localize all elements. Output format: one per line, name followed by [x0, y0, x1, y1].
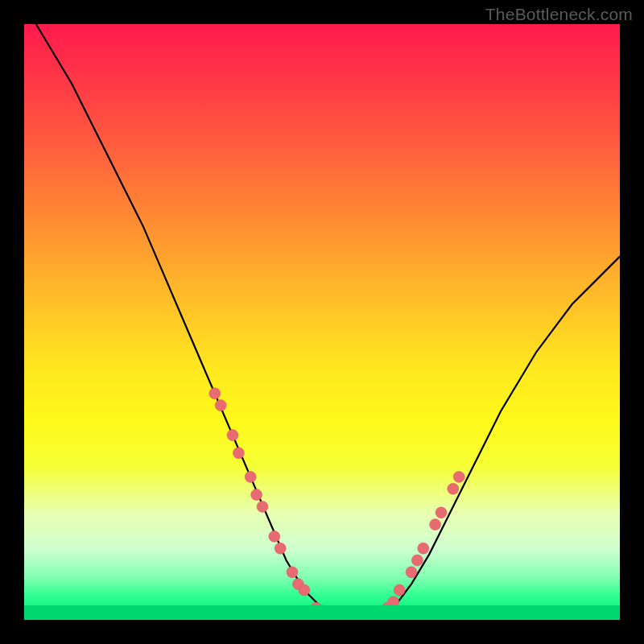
- data-point: [406, 567, 417, 578]
- data-point: [453, 471, 464, 482]
- data-point: [287, 567, 298, 578]
- data-point: [275, 543, 286, 554]
- chart-plot-area: [24, 24, 620, 620]
- data-points-group: [209, 388, 464, 620]
- data-point: [215, 400, 226, 411]
- data-point: [436, 507, 447, 518]
- data-point: [411, 555, 423, 566]
- data-point: [269, 530, 280, 542]
- watermark-text: TheBottleneck.com: [485, 5, 633, 24]
- data-point: [448, 483, 459, 494]
- bottleneck-curve: [36, 24, 620, 620]
- data-point: [418, 543, 429, 554]
- data-point: [245, 471, 256, 482]
- curve-group: [36, 24, 620, 620]
- optimal-zone-band: [24, 605, 620, 620]
- data-point: [227, 430, 238, 441]
- data-point: [251, 489, 262, 501]
- data-point: [394, 584, 405, 596]
- data-point: [233, 448, 244, 459]
- chart-svg: [24, 24, 620, 620]
- data-point: [209, 388, 221, 399]
- data-point: [430, 519, 441, 530]
- data-point: [299, 584, 310, 596]
- data-point: [257, 501, 268, 512]
- data-point: [292, 579, 303, 590]
